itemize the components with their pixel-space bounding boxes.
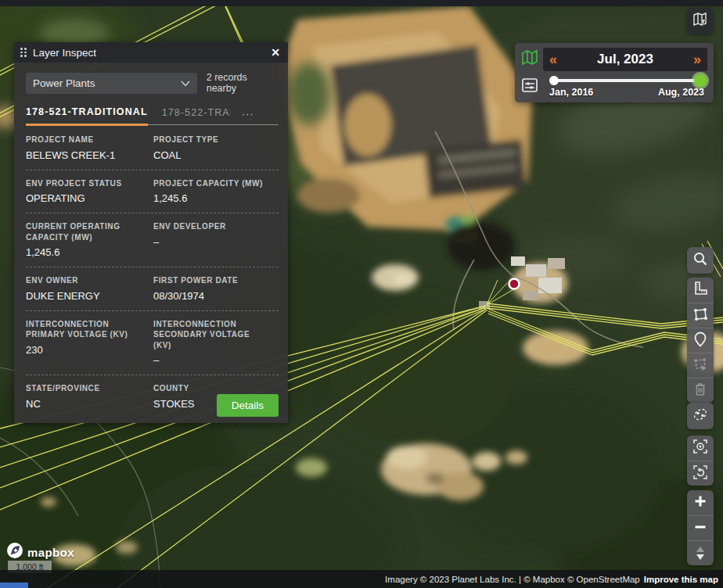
lasso-icon [692,406,709,426]
field-label: INTERCONNECTION PRIMARY VOLTAGE (KV) [26,319,153,340]
field-label: INTERCONNECTION SECONDARY VOLTAGE (KV) [153,319,279,351]
drag-handle-icon[interactable] [20,48,27,57]
minus-icon [693,520,707,537]
lasso-group [687,403,714,429]
lasso-select-button[interactable] [687,403,714,429]
slider-knob[interactable] [694,74,707,87]
map-filter-icon [692,12,708,30]
next-month-button[interactable]: » [693,52,701,66]
field-value: 08/30/1974 [153,290,279,302]
field-value: COAL [153,149,279,161]
field-value: 1,245.6 [26,246,153,258]
field-value: NC [26,398,153,410]
top-edge-strip [0,0,723,6]
date-stepper: « Jul, 2023 » [543,48,707,71]
timeline-control: « Jul, 2023 » Jan, 2016 Aug, 2023 [515,43,714,102]
field-label: CURRENT OPERATING CAPACITY (MW) [26,221,153,242]
field-value: OPERATING [26,192,153,204]
field-label: PROJECT TYPE [153,134,279,145]
measure-button[interactable] [687,278,714,303]
search-group [687,247,714,274]
panel-title: Layer Inspect [33,47,96,59]
details-button[interactable]: Details [217,394,279,417]
field-label: STATE/PROVINCE [26,383,153,394]
map-filter-button[interactable] [687,8,714,34]
slider-start-dot [549,76,559,85]
trash-icon [693,382,707,400]
tabs-overflow-icon[interactable]: ··· [242,108,254,120]
draw-polygon-button[interactable] [687,303,714,328]
up-down-triangles-icon [696,547,704,560]
view-tools-group [687,436,714,486]
tab-record-1[interactable]: 178-521-TRADITIONAL [26,106,148,126]
field-label: ENV OWNER [26,275,153,286]
draw-polygon-icon [692,307,708,325]
field-value: – [153,354,279,366]
field-value: – [153,236,279,248]
pin-icon [693,332,707,350]
search-icon [692,251,708,270]
basemap-icon[interactable] [520,48,539,67]
search-button[interactable] [687,247,714,274]
field-value: DUKE ENERGY [26,290,153,302]
delete-button[interactable] [687,378,714,403]
records-nearby-text: 2 records nearby [207,72,279,94]
plus-icon [693,494,707,511]
drop-pin-button[interactable] [687,328,714,353]
panel-header[interactable]: Layer Inspect ✕ [14,42,288,63]
field-label: COUNTY [153,383,279,394]
field-label: ENV PROJECT STATUS [26,178,153,189]
timeline-settings-icon[interactable] [521,77,538,94]
reset-view-button[interactable] [687,461,714,486]
cropped-ui-sliver [0,583,28,588]
attribution-text[interactable]: Imagery © 2023 Planet Labs Inc. | © Mapb… [385,575,640,584]
layer-select-dropdown[interactable]: Power Plants [26,73,197,94]
map-filter-group [687,8,714,34]
field-label: PROJECT NAME [26,134,153,145]
current-month-label: Jul, 2023 [557,52,693,67]
field-value: 230 [26,344,153,356]
field-label: ENV DEVELOPER [153,221,279,232]
locate-button[interactable] [687,436,714,461]
record-fields: PROJECT NAMEBELEWS CREEK-1 PROJECT TYPEC… [26,127,279,418]
attribution-bar: Imagery © 2023 Planet Labs Inc. | © Mapb… [0,570,723,588]
field-label: FIRST POWER DATE [153,275,279,286]
field-value: 1,245.6 [153,192,279,204]
crosshair-icon [692,439,708,457]
zoom-out-button[interactable] [687,515,714,540]
zoom-group [687,490,714,565]
previous-month-button[interactable]: « [549,52,557,66]
field-value: BELEWS CREEK-1 [26,149,153,161]
draw-tools-group [687,278,714,403]
edit-polygon-button[interactable] [687,353,714,378]
field-row: ENV PROJECT STATUSOPERATING PROJECT CAPA… [26,170,279,213]
zoom-in-button[interactable] [687,490,714,515]
map-marker [509,279,520,289]
edit-polygon-icon [692,357,708,375]
layer-inspect-panel: Layer Inspect ✕ Power Plants 2 records n… [14,42,288,423]
improve-map-link[interactable]: Improve this map [644,575,718,584]
range-start-label: Jan, 2016 [549,87,593,98]
mapbox-logo[interactable]: mapbox [6,542,74,562]
mapbox-wordmark: mapbox [27,546,74,559]
field-row: ENV OWNERDUKE ENERGY FIRST POWER DATE08/… [26,267,279,310]
close-icon[interactable]: ✕ [271,47,280,58]
ruler-icon [692,281,708,299]
field-row: PROJECT NAMEBELEWS CREEK-1 PROJECT TYPEC… [26,127,279,170]
field-label: PROJECT CAPACITY (MW) [153,178,279,189]
field-row: CURRENT OPERATING CAPACITY (MW)1,245.6 E… [26,213,279,267]
tilt-toggle-button[interactable] [687,540,714,565]
mapbox-logo-icon [6,542,23,562]
tab-record-2[interactable]: 178-522-TRAI [162,107,231,124]
time-slider[interactable] [551,79,701,82]
layer-select-value: Power Plants [33,77,95,89]
chevron-down-icon [181,77,190,89]
record-tabs: 178-521-TRADITIONAL 178-522-TRAI ··· [26,106,279,125]
field-row: INTERCONNECTION PRIMARY VOLTAGE (KV)230 … [26,310,279,375]
rotate-icon [692,464,708,483]
range-end-label: Aug, 2023 [658,87,704,98]
